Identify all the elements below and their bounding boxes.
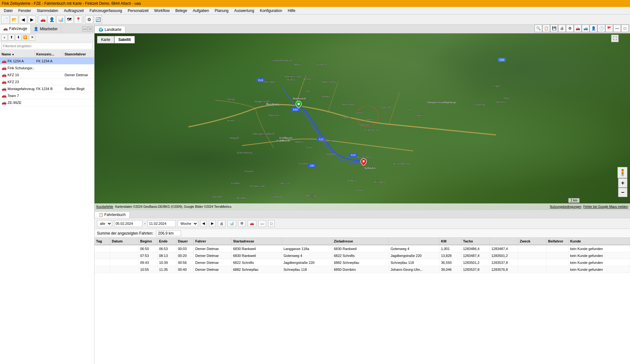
header-kennzeichen[interactable]: Kennzeic... bbox=[35, 51, 63, 57]
header-stammfahrer[interactable]: Stammfahrer bbox=[63, 51, 94, 57]
toolbar-open[interactable]: 📂 bbox=[10, 15, 18, 24]
map-shortcut[interactable]: Kurzbefehle bbox=[96, 205, 113, 208]
tab-mitarbeiter[interactable]: 👤 Mitarbeiter bbox=[31, 25, 61, 33]
toolbar-back[interactable]: ◀ bbox=[19, 15, 27, 24]
th-zieladresse[interactable]: Zieladresse bbox=[332, 238, 389, 245]
filter-settings-btn[interactable]: ⚙ bbox=[238, 220, 246, 227]
toolbar-chart[interactable]: 📊 bbox=[56, 15, 65, 24]
tab-fahrzeuge[interactable]: 🚗 Fahrzeuge bbox=[0, 25, 31, 33]
list-item[interactable]: 🚗 Montagefahrzeug FK 1234 B Bacher Birgi… bbox=[0, 85, 94, 92]
zoom-out-button[interactable]: − bbox=[618, 188, 627, 197]
th-fahrer[interactable]: Fahrer bbox=[194, 238, 232, 245]
toolbar-map[interactable]: 🗺 bbox=[65, 15, 73, 24]
th-startadresse[interactable]: Startadresse bbox=[232, 238, 282, 245]
filter-date-to[interactable] bbox=[147, 220, 176, 227]
filter-minimize-btn[interactable]: — bbox=[258, 220, 266, 227]
menu-datei[interactable]: Datei bbox=[1, 8, 15, 14]
filter-next-btn[interactable]: ▶ bbox=[209, 220, 216, 227]
menu-hilfe[interactable]: Hilfe bbox=[285, 8, 298, 14]
th-kunde[interactable]: Kunde bbox=[569, 238, 630, 245]
table-row[interactable]: 09:43 10:39 00:56 Demer Dietmar 6822 Sch… bbox=[94, 259, 630, 266]
map-toolbar-car1[interactable]: 🚗 bbox=[574, 25, 581, 32]
filter-print-btn[interactable]: 🖨 bbox=[218, 220, 226, 227]
map-toolbar-print[interactable]: 🖨 bbox=[558, 25, 566, 32]
street-view-button[interactable]: 🧍 bbox=[617, 167, 627, 178]
filter-period[interactable]: Woche bbox=[178, 220, 198, 227]
toolbar-pin[interactable]: 📍 bbox=[74, 15, 82, 24]
filter-maximize-btn[interactable]: □ bbox=[268, 220, 275, 227]
list-item[interactable]: 🚗 KFZ 10 Demer Dietmar bbox=[0, 71, 94, 78]
filter-date-from[interactable] bbox=[114, 220, 142, 227]
toolbar-person[interactable]: 👤 bbox=[48, 15, 56, 24]
th-zweck[interactable]: Zweck bbox=[518, 238, 547, 245]
toolbar-car1[interactable]: 🚗 bbox=[39, 15, 47, 24]
map-container[interactable]: E43 E60 A14 A14 190 Rankweil bbox=[94, 33, 630, 210]
map-view-karte[interactable]: Karte bbox=[97, 36, 114, 43]
map-toolbar-save[interactable]: 💾 bbox=[550, 25, 558, 32]
map-toolbar-flag[interactable]: 🚩 bbox=[605, 25, 613, 32]
map-toolbar-copy[interactable]: 📋 bbox=[542, 25, 550, 32]
table-row[interactable]: 06:50 06:53 00:03 Demer Dietmar 6830 Ran… bbox=[94, 245, 630, 252]
map-tab-landkarte[interactable]: 🌍 Landkarte bbox=[94, 26, 125, 33]
map-view-satellit[interactable]: Satellit bbox=[114, 36, 135, 43]
th-zielstr[interactable] bbox=[389, 238, 439, 245]
map-toolbar-minimize[interactable]: — bbox=[613, 25, 621, 32]
menu-fahrzeugerfassung[interactable]: Fahrzeugerfassung bbox=[87, 8, 124, 14]
th-km[interactable]: KM bbox=[439, 238, 461, 245]
tab-fahrtenbuch[interactable]: 📋 Fahrtenbuch bbox=[94, 211, 130, 218]
th-ende[interactable]: Ende bbox=[158, 238, 176, 245]
filter-select[interactable]: alle bbox=[97, 220, 112, 227]
list-item[interactable]: 🚗 Fink Schulungsr... bbox=[0, 65, 94, 71]
map-toolbar-car2[interactable]: 🚙 bbox=[582, 25, 589, 32]
toolbar-new[interactable]: 📄 bbox=[1, 15, 9, 24]
filter-car-btn[interactable]: 🚗 bbox=[248, 220, 256, 227]
menu-workflow[interactable]: Workflow bbox=[152, 8, 172, 14]
menu-stammdaten[interactable]: Stammdaten bbox=[34, 8, 61, 14]
th-tacho2[interactable] bbox=[490, 238, 518, 245]
toolbar-settings[interactable]: ⚙ bbox=[85, 15, 93, 24]
filter-prev-btn[interactable]: ◀ bbox=[200, 220, 207, 227]
lp-export-btn[interactable]: ⬇ bbox=[15, 34, 21, 41]
header-name[interactable]: Name ▲ bbox=[0, 51, 35, 57]
map-toolbar-clock[interactable]: 🕐 bbox=[598, 25, 605, 32]
fullscreen-button[interactable]: ⛶ bbox=[611, 35, 619, 42]
th-dauer[interactable]: Dauer bbox=[176, 238, 194, 245]
toolbar-refresh[interactable]: 🔄 bbox=[94, 15, 102, 24]
menu-konfiguration[interactable]: Konfiguration bbox=[257, 8, 285, 14]
filter-export-btn[interactable]: 📊 bbox=[227, 220, 236, 227]
th-beginn[interactable]: Beginn bbox=[139, 238, 158, 245]
menu-planung[interactable]: Planung bbox=[212, 8, 231, 14]
map-toolbar-search[interactable]: 🔍 bbox=[535, 25, 542, 32]
menu-aufgaben[interactable]: Aufgaben bbox=[190, 8, 211, 14]
map-toolbar-settings[interactable]: ⚙ bbox=[566, 25, 574, 32]
map-toolbar-person[interactable]: 👤 bbox=[590, 25, 597, 32]
th-datum[interactable]: Datum bbox=[110, 238, 139, 245]
table-row[interactable]: 07:53 08:13 00:20 Demer Dietmar 6830 Ran… bbox=[94, 252, 630, 259]
lp-add-btn[interactable]: + bbox=[1, 34, 8, 41]
zoom-in-button[interactable]: + bbox=[618, 178, 627, 188]
lp-filter-btn[interactable]: 🔽 bbox=[22, 34, 28, 41]
search-input[interactable] bbox=[1, 43, 93, 49]
th-startstr[interactable] bbox=[282, 238, 332, 245]
th-tag[interactable]: Tag bbox=[94, 238, 110, 245]
table-row[interactable]: 10:55 11:35 00:40 Demer Dietmar 6882 Sch… bbox=[94, 266, 630, 273]
map-report-error[interactable]: Fehler bei Google Maps melden bbox=[583, 205, 628, 208]
lp-clear-btn[interactable]: ✕ bbox=[29, 34, 35, 41]
th-tacho[interactable]: Tacho bbox=[461, 238, 490, 245]
menu-auswertung[interactable]: Auswertung bbox=[232, 8, 257, 14]
map-terms[interactable]: Nutzungsbedingungen bbox=[550, 205, 581, 208]
list-item[interactable]: 🚗 Team 7 bbox=[0, 92, 94, 99]
list-item[interactable]: 🚗 ZE-99ZE bbox=[0, 99, 94, 106]
list-item[interactable]: 🚗 FK 1234 A FK 1234 A bbox=[0, 58, 94, 65]
menu-personalzeit[interactable]: Personalzeit bbox=[125, 8, 151, 14]
list-item[interactable]: 🚗 KFZ 23 bbox=[0, 78, 94, 85]
menu-belege[interactable]: Belege bbox=[173, 8, 190, 14]
lp-import-btn[interactable]: ⬆ bbox=[8, 34, 14, 41]
toolbar-forward[interactable]: ▶ bbox=[28, 15, 36, 24]
panel-restore-btn[interactable]: □ bbox=[88, 26, 93, 31]
menu-fenster[interactable]: Fenster bbox=[16, 8, 34, 14]
map-toolbar-maximize[interactable]: □ bbox=[621, 25, 629, 32]
panel-minimize-btn[interactable]: — bbox=[82, 26, 87, 31]
menu-auftragszeit[interactable]: Auftragszeit bbox=[61, 8, 86, 14]
th-beifahrer[interactable]: Beifahrer bbox=[547, 238, 569, 245]
